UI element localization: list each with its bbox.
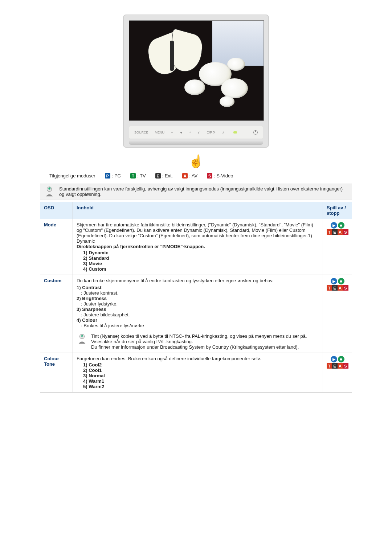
stop-icon: ■ <box>338 222 344 229</box>
menu-button: MENU <box>155 131 165 134</box>
butterfly-icon <box>145 31 210 86</box>
col-osd: OSD <box>40 202 73 219</box>
hand-pointer-icon: ☝ <box>188 155 204 167</box>
mode-pc: P: PC <box>105 173 121 178</box>
osd-table: OSD Innhold Spill av / stopp Mode Skjerm… <box>40 202 352 393</box>
tip-text: Standardinnstillingen kan være forskjell… <box>59 186 348 197</box>
play-stop-mode: ▶■ TEAS <box>323 219 352 275</box>
down-button: ∨ <box>197 131 200 134</box>
col-innhold: Innhold <box>73 202 323 219</box>
row-custom: Custom Du kan bruke skjermmenyene til å … <box>40 275 352 353</box>
play-stop-ctone: ▶■ TEAS <box>323 353 352 393</box>
tip-icon <box>44 186 55 197</box>
monitor-illustration: SOURCE MENU − ◄ + ∨ C/P.⟳ ∧ <box>40 15 352 148</box>
tip-icon <box>77 333 87 344</box>
mode-tv: T: TV <box>130 173 146 178</box>
info-tip: Standardinnstillingen kan være forskjell… <box>40 184 352 200</box>
row-mode: Mode Skjermen har fire automatiske fabri… <box>40 219 352 275</box>
stop-icon: ■ <box>338 356 344 362</box>
content-mode: Skjermen har fire automatiske fabrikkinn… <box>73 219 323 275</box>
cp-button: C/P.⟳ <box>207 131 215 134</box>
up-button: ∧ <box>222 131 225 134</box>
monitor-bezel: SOURCE MENU − ◄ + ∨ C/P.⟳ ∧ <box>123 15 269 148</box>
monitor-screen <box>129 20 264 121</box>
play-icon: ▶ <box>331 356 337 362</box>
modes-label: Tilgjengelige moduser <box>49 173 95 178</box>
teas-badge: TEAS <box>327 229 348 235</box>
monitor-button-bar: SOURCE MENU − ◄ + ∨ C/P.⟳ ∧ <box>129 126 263 139</box>
inner-tip: Tint (Nyanse) kobles til ved å bytte til… <box>77 333 319 350</box>
mode-svideo: S: S-Video <box>207 173 233 178</box>
teas-badge: TEAS <box>327 363 348 369</box>
plus-button: + <box>189 131 191 134</box>
osd-mode: Mode <box>40 219 73 275</box>
mode-av: A: AV <box>182 173 197 178</box>
inner-tip-text: Tint (Nyanse) kobles til ved å bytte til… <box>91 333 319 350</box>
minus-button: − <box>171 131 173 134</box>
power-icon <box>253 130 258 135</box>
col-spill: Spill av / stopp <box>323 202 352 219</box>
available-modes-legend: Tilgjengelige moduser P: PC T: TV E: Ext… <box>49 173 352 178</box>
play-icon: ▶ <box>331 278 337 284</box>
manual-page: SOURCE MENU − ◄ + ∨ C/P.⟳ ∧ ☝ Tilgjengel… <box>40 15 352 393</box>
teas-badge: TEAS <box>327 285 348 291</box>
vol-icon: ◄ <box>179 131 183 134</box>
osd-custom: Custom <box>40 275 73 353</box>
play-stop-custom: ▶■ TEAS <box>323 275 352 353</box>
osd-colour-tone: Colour Tone <box>40 353 73 393</box>
content-colour-tone: Fargetonen kan endres. Brukeren kan også… <box>73 353 323 393</box>
play-icon: ▶ <box>331 222 337 229</box>
power-led <box>233 131 237 134</box>
content-custom: Du kan bruke skjermmenyene til å endre k… <box>73 275 323 353</box>
stop-icon: ■ <box>338 278 344 284</box>
row-colour-tone: Colour Tone Fargetonen kan endres. Bruke… <box>40 353 352 393</box>
mode-ext: E: Ext. <box>155 173 173 178</box>
source-button: SOURCE <box>134 131 148 134</box>
